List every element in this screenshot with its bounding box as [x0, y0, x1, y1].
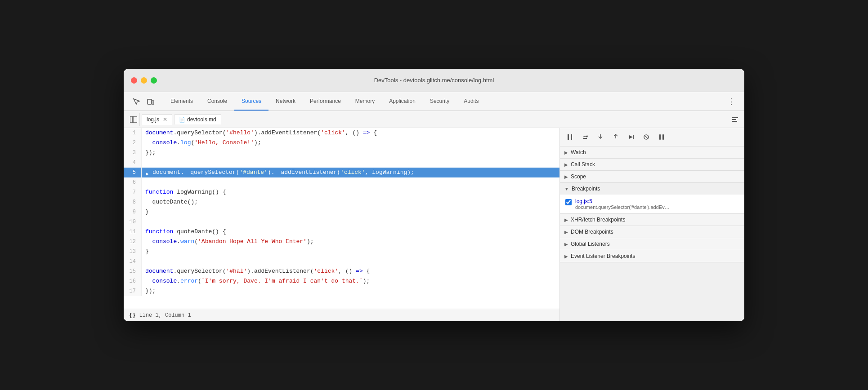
- device-icon[interactable]: [145, 96, 156, 107]
- line-number-12: 12: [124, 237, 142, 247]
- svg-rect-8: [571, 134, 572, 140]
- code-line-14: 14: [124, 257, 559, 266]
- code-line-3: 3});: [124, 148, 559, 158]
- tab-console[interactable]: Console: [200, 92, 234, 111]
- code-editor[interactable]: 1document.querySelector('#hello').addEve…: [124, 128, 559, 309]
- line-content-1[interactable]: document.querySelector('#hello').addEven…: [142, 128, 380, 138]
- line-number-2: 2: [124, 138, 142, 148]
- tab-security[interactable]: Security: [423, 92, 456, 111]
- line-content-5[interactable]: ▶document.querySelector('#dante').addEve…: [142, 168, 418, 177]
- panel-section-header-breakpoints[interactable]: Breakpoints: [560, 183, 744, 195]
- debug-toolbar: [560, 128, 744, 146]
- panel-section-header-dom-breakpoints[interactable]: DOM Breakpoints: [560, 226, 744, 238]
- sidebar-toggle[interactable]: [127, 113, 140, 126]
- tabs-spacer: [486, 92, 722, 111]
- status-braces: {}: [129, 312, 135, 319]
- step-out-button[interactable]: [609, 131, 622, 143]
- panel-section-header-watch[interactable]: Watch: [560, 146, 744, 158]
- line-content-15[interactable]: document.querySelector('#hal').addEventL…: [142, 266, 373, 276]
- window-title: DevTools - devtools.glitch.me/console/lo…: [374, 77, 494, 84]
- pause-resume-button[interactable]: [564, 131, 576, 143]
- panel-section-label-event-listener-breakpoints: Event Listener Breakpoints: [571, 253, 635, 259]
- deactivate-breakpoints-button[interactable]: [640, 131, 653, 143]
- panel-section-header-scope[interactable]: Scope: [560, 171, 744, 182]
- line-content-13[interactable]: }: [142, 247, 152, 257]
- tab-audits[interactable]: Audits: [456, 92, 486, 111]
- file-tab-close-icon[interactable]: ✕: [163, 116, 167, 123]
- line-content-3[interactable]: });: [142, 148, 159, 158]
- breakpoint-item: log.js:5document.querySelector('#dante')…: [560, 196, 744, 212]
- pause-on-exceptions-button[interactable]: [655, 131, 668, 143]
- tab-memory[interactable]: Memory: [348, 92, 382, 111]
- svg-line-11: [644, 135, 648, 139]
- breakpoints-content: log.js:5document.querySelector('#dante')…: [560, 195, 744, 213]
- panel-section-header-xhr-fetch[interactable]: XHR/fetch Breakpoints: [560, 214, 744, 226]
- inspect-icon[interactable]: [131, 96, 142, 107]
- tab-application[interactable]: Application: [382, 92, 423, 111]
- step-into-button[interactable]: [594, 131, 607, 143]
- panel-section-header-call-stack[interactable]: Call Stack: [560, 159, 744, 170]
- svg-rect-7: [568, 134, 569, 140]
- devtools-body: log.js ✕ 📄 devtools.md: [124, 111, 744, 321]
- tab-network[interactable]: Network: [268, 92, 303, 111]
- step-over-button[interactable]: [579, 131, 591, 143]
- code-line-15: 15document.querySelector('#hal').addEven…: [124, 266, 559, 276]
- traffic-lights: [131, 77, 157, 84]
- breakpoint-text: log.js:5document.querySelector('#dante')…: [575, 198, 739, 210]
- line-content-14[interactable]: [142, 257, 149, 266]
- close-button[interactable]: [131, 77, 137, 84]
- minimize-button[interactable]: [141, 77, 147, 84]
- line-number-9: 9: [124, 207, 142, 217]
- file-tab-devtools-md[interactable]: 📄 devtools.md: [174, 114, 221, 124]
- line-content-16[interactable]: console.error(`I'm sorry, Dave. I'm afra…: [142, 276, 373, 286]
- chevron-right-icon: [564, 173, 568, 180]
- panel-section-header-global-listeners[interactable]: Global Listeners: [560, 238, 744, 250]
- line-number-17: 17: [124, 286, 142, 296]
- code-panel: 1document.querySelector('#hello').addEve…: [124, 128, 560, 321]
- file-icon: 📄: [179, 117, 185, 123]
- file-tabs: log.js ✕ 📄 devtools.md: [142, 114, 729, 125]
- right-panel: WatchCall StackScopeBreakpointslog.js:5d…: [560, 128, 744, 321]
- tab-elements[interactable]: Elements: [163, 92, 200, 111]
- line-content-17[interactable]: });: [142, 286, 159, 296]
- panel-section-label-global-listeners: Global Listeners: [571, 241, 610, 247]
- line-content-12[interactable]: console.warn('Abandon Hope All Ye Who En…: [142, 237, 318, 247]
- panel-section-xhr-fetch: XHR/fetch Breakpoints: [560, 214, 744, 226]
- chevron-right-icon: [564, 217, 568, 223]
- svg-rect-9: [583, 138, 587, 139]
- pretty-print-button[interactable]: [729, 114, 741, 125]
- titlebar: DevTools - devtools.glitch.me/console/lo…: [124, 69, 744, 92]
- code-line-13: 13}: [124, 247, 559, 257]
- line-content-2[interactable]: console.log('Hello, Console!');: [142, 138, 264, 148]
- code-line-8: 8 quoteDante();: [124, 197, 559, 207]
- line-number-11: 11: [124, 227, 142, 237]
- code-line-4: 4: [124, 158, 559, 168]
- file-tab-log-js[interactable]: log.js ✕: [142, 114, 172, 125]
- line-content-7[interactable]: function logWarning() {: [142, 187, 229, 197]
- line-number-13: 13: [124, 247, 142, 257]
- devtools-window: DevTools - devtools.glitch.me/console/lo…: [124, 69, 744, 321]
- code-line-7: 7function logWarning() {: [124, 187, 559, 197]
- breakpoint-code: document.querySelector('#dante').addEv…: [575, 204, 701, 210]
- step-button[interactable]: [625, 131, 637, 143]
- more-tabs-button[interactable]: ⋮: [722, 92, 741, 111]
- line-content-11[interactable]: function quoteDante() {: [142, 227, 229, 237]
- line-number-1: 1: [124, 128, 142, 138]
- line-content-8[interactable]: quoteDante();: [142, 197, 201, 207]
- panel-section-label-dom-breakpoints: DOM Breakpoints: [571, 229, 613, 235]
- tab-sources[interactable]: Sources: [234, 92, 268, 111]
- status-bar: {} Line 1, Column 1: [124, 309, 559, 321]
- breakpoint-filename: log.js:5: [575, 198, 739, 204]
- maximize-button[interactable]: [151, 77, 157, 84]
- line-number-3: 3: [124, 148, 142, 158]
- code-lines: 1document.querySelector('#hello').addEve…: [124, 128, 559, 309]
- panel-section-header-event-listener-breakpoints[interactable]: Event Listener Breakpoints: [560, 250, 744, 262]
- svg-rect-4: [732, 117, 738, 118]
- line-content-4[interactable]: [142, 158, 149, 168]
- line-number-14: 14: [124, 257, 142, 266]
- line-content-10[interactable]: [142, 217, 149, 227]
- breakpoint-checkbox[interactable]: [565, 199, 572, 205]
- line-content-9[interactable]: }: [142, 207, 152, 217]
- tab-performance[interactable]: Performance: [303, 92, 348, 111]
- svg-rect-1: [152, 101, 154, 104]
